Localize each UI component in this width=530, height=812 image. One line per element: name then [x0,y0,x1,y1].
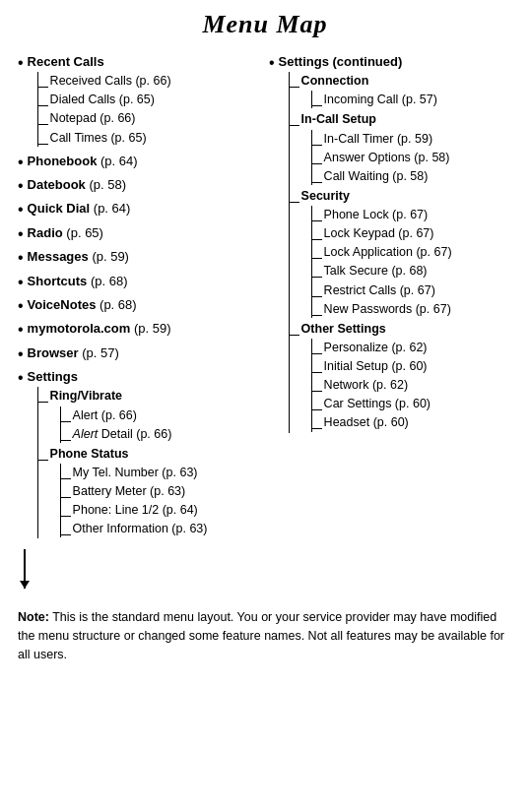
bullet-icon: • [18,152,24,173]
list-item: Battery Meter (p. 63) [61,482,208,500]
list-item: Other Information (p. 63) [61,520,208,537]
list-item: Headset (p. 60) [312,413,431,431]
right-column: • Settings (continued) Connection Incomi… [269,53,512,439]
sub-item-label: In-Call Timer (p. 59) [322,130,432,148]
bullet-icon: • [18,319,24,341]
list-item: Received Calls (p. 66) [38,72,171,90]
list-item: Dialed Calls (p. 65) [38,91,171,108]
sub-item-label: Network (p. 62) [322,376,408,394]
list-item: • Messages (p. 59) [18,248,261,269]
list-item: Alert (p. 66) [61,406,172,424]
list-item: • mymotorola.com (p. 59) [18,320,261,341]
list-item: Network (p. 62) [312,376,431,394]
list-item: Connection Incoming Call (p. 57) [290,72,512,109]
continuation-arrow [20,549,261,589]
note-text: Note: This is the standard menu layout. … [18,610,504,661]
bullet-icon: • [18,223,24,245]
note-body: This is the standard menu layout. You or… [18,610,504,661]
sub-item-label: Battery Meter (p. 63) [71,482,186,500]
list-item: Lock Application (p. 67) [312,243,452,261]
list-item: Notepad (p. 66) [38,109,171,127]
sub-tree: Connection Incoming Call (p. 57) In-Call… [289,72,512,432]
page-title: Menu Map [18,10,512,39]
list-item: Security Phone Lock (p. 67) Lock Keypad … [290,187,512,319]
sub-item-label: Alert (p. 66) [71,406,137,424]
list-item: My Tel. Number (p. 63) [61,464,208,481]
bullet-icon: • [18,175,24,197]
list-item: • Quick Dial (p. 64) [18,200,261,220]
list-item: Car Settings (p. 60) [312,395,431,412]
sub-item-label: Talk Secure (p. 68) [322,262,428,280]
list-item: Initial Setup (p. 60) [312,357,431,375]
sub-item-label: Lock Application (p. 67) [322,243,452,261]
list-item: Restrict Calls (p. 67) [312,281,452,299]
list-item: Other Settings Personalize (p. 62) Initi… [290,320,512,433]
left-column: • Recent Calls Received Calls (p. 66) Di… [18,53,269,589]
list-item: Lock Keypad (p. 67) [312,224,452,242]
subsub-tree: My Tel. Number (p. 63) Battery Meter (p.… [60,464,208,538]
sub-item-label: New Passwords (p. 67) [322,300,451,318]
list-item: Talk Secure (p. 68) [312,262,452,280]
sub-item-label: Dialed Calls (p. 65) [48,91,155,108]
bullet-icon: • [18,247,24,269]
item-label: Recent Calls [28,54,104,69]
list-item: • Radio (p. 65) [18,224,261,245]
list-item: Alert Detail (p. 66) [61,425,172,443]
bullet-icon: • [18,199,24,220]
subsub-tree: In-Call Timer (p. 59) Answer Options (p.… [311,130,450,185]
list-item: Phone: Line 1/2 (p. 64) [61,501,208,519]
sub-item-label: My Tel. Number (p. 63) [71,464,198,481]
sub-item-label: Personalize (p. 62) [322,339,428,356]
sub-item-label: Answer Options (p. 58) [322,149,450,166]
bullet-icon: • [18,367,24,389]
sub-item-label: Phone Lock (p. 67) [322,206,429,223]
list-item: Answer Options (p. 58) [312,149,450,166]
bullet-icon: • [18,344,24,365]
sub-tree: Received Calls (p. 66) Dialed Calls (p. … [37,72,171,147]
main-columns: • Recent Calls Received Calls (p. 66) Di… [18,53,512,589]
sub-item-label: Alert Detail (p. 66) [71,425,172,443]
list-item: • Recent Calls Received Calls (p. 66) Di… [18,53,261,150]
sub-item-label: Incoming Call (p. 57) [322,91,437,108]
sub-item-label: Other Information (p. 63) [71,520,208,537]
list-item: In-Call Setup In-Call Timer (p. 59) Answ… [290,110,512,186]
sub-item-label: Restrict Calls (p. 67) [322,281,435,299]
list-item: • Settings Ring/Vibrate Alert (p. 66) [18,368,261,541]
list-item: Phone Status My Tel. Number (p. 63) Batt… [38,445,261,539]
arrow-line [24,549,26,589]
sub-item-label: Notepad (p. 66) [48,109,136,127]
sub-tree: Ring/Vibrate Alert (p. 66) Alert Detail … [37,387,261,538]
list-item: • Datebook (p. 58) [18,176,261,197]
list-item: • Settings (continued) Connection Incomi… [269,53,512,436]
list-item: • Browser (p. 57) [18,344,261,365]
list-item: • VoiceNotes (p. 68) [18,296,261,317]
list-item: • Shortcuts (p. 68) [18,273,261,293]
list-item: Personalize (p. 62) [312,339,431,356]
note-section: Note: This is the standard menu layout. … [18,608,512,663]
sub-item-label: Call Times (p. 65) [48,129,147,147]
list-item: Call Times (p. 65) [38,129,171,147]
sub-item-label: Lock Keypad (p. 67) [322,224,434,242]
list-item: Call Waiting (p. 58) [312,167,450,185]
list-item: New Passwords (p. 67) [312,300,452,318]
list-item: Ring/Vibrate Alert (p. 66) Alert Detail … [38,387,261,443]
sub-item-label: Car Settings (p. 60) [322,395,431,412]
bullet-icon: • [18,272,24,293]
subsub-tree: Alert (p. 66) Alert Detail (p. 66) [60,406,172,443]
bullet-icon: • [269,52,275,74]
list-item: Incoming Call (p. 57) [312,91,437,108]
note-label: Note: [18,610,49,624]
subsub-tree: Phone Lock (p. 67) Lock Keypad (p. 67) L… [311,206,452,318]
sub-item-label: Received Calls (p. 66) [48,72,171,90]
list-item: Phone Lock (p. 67) [312,206,452,223]
bullet-icon: • [18,52,24,74]
sub-item-label: Headset (p. 60) [322,413,409,431]
bullet-icon: • [18,295,24,317]
subsub-tree: Incoming Call (p. 57) [311,91,437,108]
sub-item-label: Initial Setup (p. 60) [322,357,428,375]
sub-item-label: Call Waiting (p. 58) [322,167,429,185]
sub-item-label: Phone: Line 1/2 (p. 64) [71,501,198,519]
subsub-tree: Personalize (p. 62) Initial Setup (p. 60… [311,339,431,432]
list-item: In-Call Timer (p. 59) [312,130,450,148]
list-item: • Phonebook (p. 64) [18,153,261,173]
